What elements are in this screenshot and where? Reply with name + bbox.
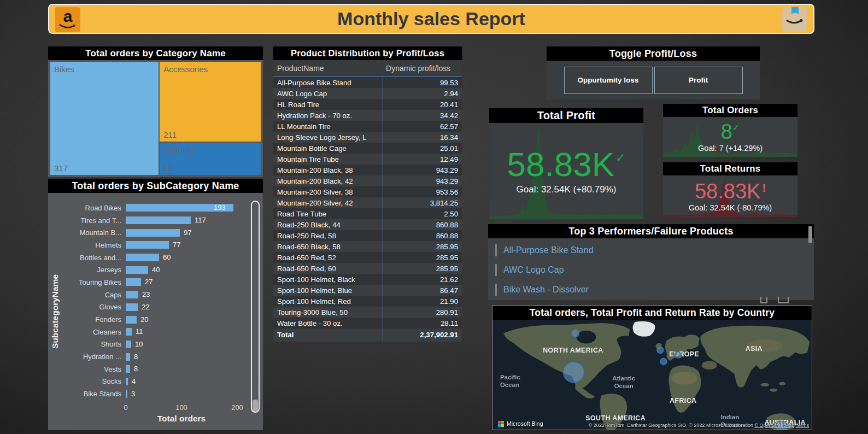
profit-button[interactable]: Profit	[654, 67, 743, 94]
bar[interactable]	[126, 241, 169, 249]
treemap-right-column: Accessories 211 Clothing 88	[160, 62, 261, 175]
table-row[interactable]: Mountain-200 Silver, 38 953.56	[273, 186, 462, 197]
profit-value-cell: 25.01	[383, 143, 462, 154]
bubble-canada[interactable]	[572, 330, 579, 337]
world-map[interactable]: NORTH AMERICA EUROPE ASIA AFRICA SOUTH A…	[492, 320, 812, 430]
treemap-tile-accessories[interactable]: Accessories 211	[160, 62, 261, 142]
bar[interactable]	[126, 341, 131, 348]
product-name-cell: Mountain Bottle Cage	[273, 144, 383, 153]
treemap-title: Total orders by Category Name	[48, 46, 263, 60]
table-row[interactable]: Mountain Bottle Cage 25.01	[273, 143, 462, 154]
bar-category-label: Bottles and...	[48, 254, 126, 262]
bar[interactable]	[126, 229, 180, 237]
table-row[interactable]: Road-650 Red, 52 285.95	[273, 252, 462, 263]
table-row[interactable]: AWC Logo Cap 2.94	[273, 88, 462, 99]
bubble-western-europe[interactable]	[675, 351, 681, 357]
bar-row: Shorts 10	[48, 338, 248, 351]
bar-track: 40	[126, 266, 248, 274]
opportunity-loss-button[interactable]: Oppurtumity loss	[564, 67, 653, 94]
profit-value-cell: 2.50	[383, 208, 462, 219]
table-row[interactable]: Sport-100 Helmet, Red 21.90	[273, 296, 462, 307]
bar-track: 77	[126, 241, 248, 249]
focus-mode-icon[interactable]	[760, 297, 767, 303]
label-atlantic: Atlantic	[612, 375, 636, 382]
treemap-tile-bikes[interactable]: Bikes 317	[50, 62, 159, 175]
scrollbar-thumb[interactable]	[253, 400, 258, 412]
table-row[interactable]: All-Purpose Bike Stand 99.53	[273, 77, 462, 88]
bar[interactable]	[126, 303, 138, 311]
bar-value-label: 8	[134, 353, 138, 361]
bar-category-label: Socks	[48, 377, 126, 385]
label-atlantic-2: Ocean	[614, 383, 634, 389]
treemap-visual: Total orders by Category Name Bikes 317 …	[48, 46, 263, 177]
table-row[interactable]: Road-650 Red, 60 285.95	[273, 263, 462, 274]
bubble-united-kingdom[interactable]	[657, 347, 664, 354]
product-name-cell: Road-250 Black, 44	[273, 221, 383, 229]
table-row[interactable]: Mountain-200 Black, 38 943.29	[273, 165, 462, 175]
profit-value-cell: 28.11	[383, 318, 462, 329]
bar-category-label: Gloves	[48, 303, 126, 311]
table-row[interactable]: Touring-3000 Blue, 50 280.91	[273, 307, 462, 318]
bar[interactable]	[126, 353, 130, 361]
kpi-total-orders: Total Orders 8 ✓ Goal: 7 (+14.29%)	[663, 104, 797, 157]
bar[interactable]	[126, 316, 137, 324]
bar-row: Bottles and... 60	[48, 251, 248, 264]
bar-value-label: 20	[140, 316, 148, 324]
bar[interactable]	[126, 266, 148, 274]
bar[interactable]	[126, 390, 127, 398]
table-row[interactable]: Water Bottle - 30 oz. 28.11	[273, 318, 462, 329]
amazon-app-smile-icon	[782, 7, 807, 32]
top3-list-item[interactable]: All-Purpose Bike Stand	[488, 241, 814, 260]
bubble-france[interactable]	[660, 358, 667, 365]
table-row[interactable]: Road-250 Red, 58 860.88	[273, 230, 462, 241]
table-row[interactable]: Road-250 Black, 44 860.88	[273, 219, 462, 230]
bar[interactable]	[126, 216, 191, 224]
label-africa: AFRICA	[670, 397, 696, 405]
table-row[interactable]: Road Tire Tube 2.50	[273, 208, 462, 219]
toggle-buttons: Oppurtumity loss Profit	[547, 61, 760, 99]
bar-value-label: 77	[173, 241, 180, 249]
column-header-productname[interactable]: ProductName	[273, 64, 383, 73]
table-row[interactable]: Mountain Tire Tube 12.49	[273, 154, 462, 165]
table-row[interactable]: Sport-100 Helmet, Black 21.62	[273, 274, 462, 285]
kpi-returns-value: 58.83K	[695, 181, 760, 202]
column-header-profitloss[interactable]: Dynamic profit/loss	[383, 64, 462, 73]
bar[interactable]	[126, 378, 128, 385]
bing-logo: Microsoft Bing	[498, 420, 543, 427]
bar[interactable]	[126, 291, 138, 298]
table-row[interactable]: Mountain-200 Black, 42 943.29	[273, 175, 462, 186]
table-row[interactable]: Road-650 Black, 58 285.95	[273, 241, 462, 252]
product-name-cell: HL Road Tire	[273, 101, 383, 109]
profit-value-cell: 62.57	[383, 121, 462, 132]
x-tick: 100	[175, 403, 187, 412]
table-row[interactable]: Sport-100 Helmet, Blue 86.47	[273, 285, 462, 296]
table-row[interactable]: Long-Sleeve Logo Jersey, L 16.34	[273, 132, 462, 143]
bar-value-label: 10	[135, 341, 143, 348]
bubble-united-states[interactable]	[564, 362, 584, 383]
table-row[interactable]: Mountain-200 Silver, 42 3,814.25	[273, 197, 462, 208]
scrollbar-thumb[interactable]	[808, 226, 812, 243]
bar[interactable]	[126, 254, 159, 261]
table-row[interactable]: LL Mountain Tire 62.57	[273, 121, 462, 132]
bar-row: Tires and T... 117	[48, 214, 248, 227]
toggle-panel: Toggle Profit/Loss Oppurtumity loss Prof…	[547, 46, 760, 99]
terms-link[interactable]: Terms	[796, 423, 810, 428]
product-name-cell: Road-650 Red, 60	[273, 265, 383, 273]
scrollbar-track[interactable]	[251, 201, 260, 413]
bar[interactable]	[126, 328, 132, 336]
product-name-cell: Road Tire Tube	[273, 210, 383, 218]
popout-icon[interactable]	[778, 297, 789, 303]
bar-category-label: Shorts	[48, 340, 126, 348]
bar-track: 11	[126, 328, 248, 336]
table-row[interactable]: HL Road Tire 20.41	[273, 99, 462, 110]
bar-track: 117	[126, 216, 248, 224]
top3-list-item[interactable]: AWC Logo Cap	[488, 260, 814, 280]
profit-value-cell: 2.94	[383, 88, 462, 99]
bar[interactable]	[126, 278, 141, 286]
treemap-tile-clothing[interactable]: Clothing 88	[160, 143, 261, 175]
openstreetmap-link[interactable]: © OpenStreetMap	[754, 423, 794, 428]
profit-value-cell: 21.62	[383, 274, 462, 285]
table-row[interactable]: Hydration Pack - 70 oz. 34.42	[273, 110, 462, 121]
top3-title: Top 3 Performers/Failure Products	[488, 224, 814, 238]
bar[interactable]	[126, 365, 130, 373]
